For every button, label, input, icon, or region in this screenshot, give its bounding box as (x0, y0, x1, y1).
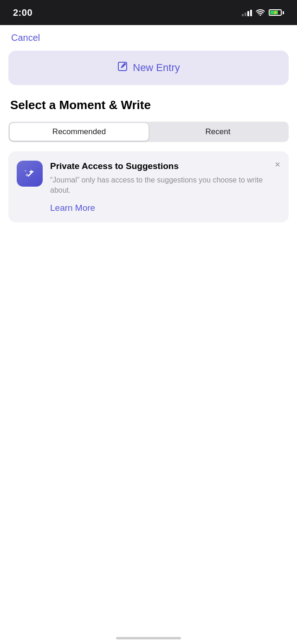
close-button[interactable]: × (274, 159, 281, 170)
home-indicator (116, 637, 181, 639)
card-text: Private Access to Suggestions “Journal” … (50, 161, 280, 195)
edit-icon (117, 61, 128, 75)
new-entry-label: New Entry (133, 62, 180, 74)
section-title: Select a Moment & Write (0, 96, 297, 122)
status-bar: 2:00 📶 ⚡ (0, 0, 297, 25)
wifi-icon (256, 9, 265, 16)
tab-recent[interactable]: Recent (148, 123, 287, 141)
new-entry-section: New Entry (0, 47, 297, 96)
status-icons: 📶 ⚡ (242, 9, 284, 16)
battery-icon: ⚡ (269, 9, 284, 16)
card-body: “Journal” only has access to the suggest… (50, 175, 280, 196)
new-entry-button[interactable]: New Entry (8, 51, 289, 85)
learn-more-button[interactable]: Learn More (50, 203, 95, 213)
app-icon (17, 161, 43, 187)
info-card: × Private Access to Suggestions “Journal… (8, 151, 289, 222)
segmented-control: Recommended Recent (8, 122, 289, 142)
cancel-button[interactable]: Cancel (11, 33, 40, 43)
main-content: Cancel New Entry Select a Moment & Write… (0, 25, 297, 644)
card-header: Private Access to Suggestions “Journal” … (17, 161, 280, 195)
status-time: 2:00 (13, 7, 32, 18)
card-title: Private Access to Suggestions (50, 161, 280, 172)
tab-recommended[interactable]: Recommended (10, 123, 148, 141)
signal-icon (242, 9, 252, 16)
nav-bar: Cancel (0, 25, 297, 47)
